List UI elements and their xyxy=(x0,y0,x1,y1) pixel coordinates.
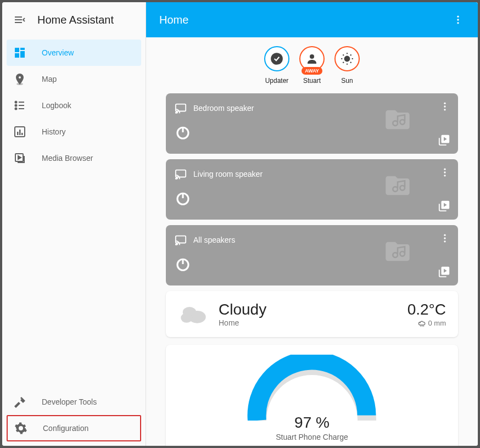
svg-point-12 xyxy=(15,108,17,110)
music-folder-icon xyxy=(381,171,414,200)
svg-point-57 xyxy=(444,237,445,239)
queue-icon xyxy=(438,266,450,278)
sidebar: Home Assistant Overview Map Logbook xyxy=(2,2,146,446)
svg-rect-4 xyxy=(20,48,25,50)
svg-marker-19 xyxy=(18,156,21,159)
badge-sun[interactable]: Sun xyxy=(334,46,360,85)
cloudy-icon xyxy=(178,301,209,327)
media-card-title: Living room speaker xyxy=(193,170,263,178)
svg-rect-43 xyxy=(176,170,186,177)
media-card-queue[interactable] xyxy=(438,134,450,146)
svg-point-25 xyxy=(345,57,350,61)
media-card-queue[interactable] xyxy=(438,200,450,212)
gauge-card[interactable]: 97 % Stuart Phone Charge xyxy=(166,345,458,446)
topbar-menu-button[interactable] xyxy=(451,13,465,26)
cast-icon xyxy=(175,168,187,180)
svg-point-24 xyxy=(310,54,314,59)
svg-point-23 xyxy=(271,53,283,65)
person-icon xyxy=(305,52,319,65)
page-title: Home xyxy=(159,14,188,26)
badge-circle xyxy=(334,46,360,71)
svg-point-49 xyxy=(444,175,445,176)
sidebar-item-label: Media Browser xyxy=(42,154,93,163)
svg-rect-15 xyxy=(17,132,19,135)
topbar: Home xyxy=(146,2,478,37)
sidebar-item-media-browser[interactable]: Media Browser xyxy=(7,145,141,171)
svg-point-56 xyxy=(444,234,445,236)
chart-icon xyxy=(13,125,26,138)
svg-rect-17 xyxy=(21,133,23,135)
weather-condition: Cloudy xyxy=(219,301,266,318)
weather-card[interactable]: Cloudy Home 0.2°C 0 mm xyxy=(166,291,458,337)
media-card-living-room-speaker[interactable]: Living room speaker xyxy=(166,159,458,220)
power-icon[interactable] xyxy=(175,190,191,206)
sidebar-item-history[interactable]: History xyxy=(7,119,141,145)
media-card-queue[interactable] xyxy=(438,266,450,278)
svg-point-53 xyxy=(176,244,177,245)
svg-point-63 xyxy=(181,313,192,323)
sidebar-footer: Developer Tools Configuration xyxy=(2,387,146,446)
media-card-title: All speakers xyxy=(193,236,235,244)
media-card-menu[interactable] xyxy=(439,101,450,112)
sidebar-item-configuration[interactable]: Configuration xyxy=(7,415,141,441)
dots-vertical-icon xyxy=(439,167,450,178)
sidebar-item-developer-tools[interactable]: Developer Tools xyxy=(7,389,141,415)
music-folder-icon xyxy=(381,237,414,266)
svg-point-8 xyxy=(15,102,17,103)
check-circle-icon xyxy=(270,52,284,66)
svg-point-10 xyxy=(15,105,17,107)
badge-updater[interactable]: Updater xyxy=(264,46,289,85)
badge-label: Stuart xyxy=(303,77,321,85)
weather-location: Home xyxy=(219,318,266,327)
svg-point-21 xyxy=(457,19,459,20)
weather-precipitation: 0 mm xyxy=(408,318,446,327)
svg-rect-16 xyxy=(19,130,21,135)
svg-line-31 xyxy=(350,62,351,63)
power-icon[interactable] xyxy=(175,256,191,272)
media-card-menu[interactable] xyxy=(439,233,450,244)
dashboard-content: Updater AWAY Stuart Sun xyxy=(146,37,478,446)
badge-stuart[interactable]: AWAY Stuart xyxy=(299,46,325,85)
svg-point-48 xyxy=(444,171,445,173)
badge-label: Updater xyxy=(265,77,289,85)
svg-rect-3 xyxy=(15,48,19,52)
list-icon xyxy=(13,99,26,112)
svg-point-58 xyxy=(444,240,445,242)
gauge-label: Stuart Phone Charge xyxy=(276,433,348,441)
sun-icon xyxy=(340,52,354,66)
menu-collapse-button[interactable] xyxy=(9,9,31,31)
weather-precip-value: 0 mm xyxy=(428,319,446,327)
dots-vertical-icon xyxy=(439,101,450,112)
media-card-bedroom-speaker[interactable]: Bedroom speaker xyxy=(166,93,458,154)
svg-point-39 xyxy=(444,105,445,107)
rain-icon xyxy=(417,318,426,327)
sidebar-item-label: Developer Tools xyxy=(42,397,97,406)
svg-point-22 xyxy=(457,22,459,24)
svg-point-20 xyxy=(457,16,459,18)
badge-label: Sun xyxy=(341,77,353,85)
svg-point-35 xyxy=(176,112,177,113)
svg-point-38 xyxy=(444,103,445,104)
sidebar-item-label: Logbook xyxy=(42,101,71,110)
svg-rect-6 xyxy=(15,53,19,58)
svg-line-32 xyxy=(343,62,344,63)
cast-icon xyxy=(175,102,187,114)
sidebar-item-map[interactable]: Map xyxy=(7,66,141,92)
weather-temperature: 0.2°C xyxy=(408,301,446,318)
map-icon xyxy=(13,72,26,86)
dashboard-icon xyxy=(13,46,26,59)
queue-icon xyxy=(438,134,450,146)
svg-point-47 xyxy=(444,169,445,170)
sidebar-item-label: Configuration xyxy=(43,424,88,433)
dots-vertical-icon xyxy=(439,233,450,244)
sidebar-item-label: History xyxy=(42,127,66,136)
cast-icon xyxy=(175,234,187,246)
media-card-all-speakers[interactable]: All speakers xyxy=(166,225,458,285)
badge-circle: AWAY xyxy=(299,46,325,71)
power-icon[interactable] xyxy=(175,124,191,141)
svg-line-30 xyxy=(343,54,344,55)
sidebar-item-logbook[interactable]: Logbook xyxy=(7,92,141,119)
app-title: Home Assistant xyxy=(37,14,114,26)
sidebar-item-overview[interactable]: Overview xyxy=(7,40,141,66)
media-card-menu[interactable] xyxy=(439,167,450,178)
